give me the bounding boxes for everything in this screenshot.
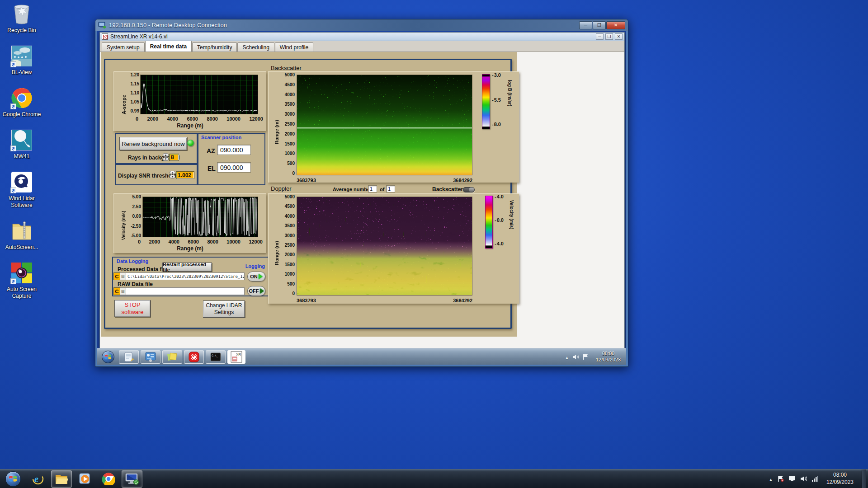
change-lidar-settings-button[interactable]: Change LiDARSettings <box>203 300 245 318</box>
tab-wind-profile[interactable]: Wind profile <box>275 42 313 52</box>
labview-vi-icon <box>102 33 108 40</box>
desktop-icon-bl-view[interactable]: BL-View <box>1 45 42 76</box>
remote-taskbar-shutdown-tool[interactable] <box>184 350 204 364</box>
average-total-field[interactable]: 1 <box>386 185 395 192</box>
app-close-button[interactable] <box>615 33 623 40</box>
remote-action-flag-icon[interactable] <box>582 354 589 360</box>
mw41-icon <box>10 129 33 151</box>
tick-label: 5.00 <box>132 195 141 199</box>
backscatter-doppler-toggle[interactable] <box>463 187 475 192</box>
control-panel-icon <box>145 352 156 362</box>
recycle-bin-icon <box>10 3 33 25</box>
rdp-minimize-button[interactable] <box>579 21 592 29</box>
processed-file-label: Processed Data file <box>118 266 168 272</box>
remote-taskbar-notepad[interactable] <box>119 350 139 364</box>
browse-icon[interactable]: ▤ <box>120 272 126 280</box>
desktop-icon-recycle-bin[interactable]: Recycle Bin <box>1 3 42 34</box>
velocity-x-ticks: 020004000600080001000012000 <box>138 239 263 244</box>
ascope-y-ticks: 1.201.151.101.050.99 <box>126 73 139 113</box>
raw-logging-off-button[interactable]: OFF <box>247 286 265 296</box>
rdp-session-tray-icon[interactable] <box>788 476 796 482</box>
desktop-icon-autoscreen-zip[interactable]: AutoScreen... <box>1 220 42 251</box>
remote-clock[interactable]: 08:00 12/09/2023 <box>592 351 624 363</box>
taskbar-remote-desktop[interactable] <box>122 470 142 488</box>
remote-taskbar: C:\_ XR 08:00 12/09/2023 <box>97 348 626 365</box>
taskbar-media-player[interactable] <box>75 470 95 488</box>
processed-logging-on-button[interactable]: ON <box>247 272 265 282</box>
raw-path-field[interactable] <box>126 287 245 295</box>
auto-screen-capture-icon <box>10 262 33 284</box>
remote-taskbar-sticky-notes[interactable] <box>162 350 182 364</box>
action-center-flag-icon[interactable] <box>777 476 784 482</box>
app-titlebar[interactable]: StreamLine XR v14-6.vi <box>100 33 624 41</box>
drive-letter-badge[interactable]: C <box>113 287 120 295</box>
windows-flag-icon <box>9 474 17 483</box>
desktop-icon-google-chrome[interactable]: Google Chrome <box>1 87 42 118</box>
tick-label: 3.0 <box>492 73 501 78</box>
host-taskbar: e 08:00 12/09/2023 <box>0 469 868 488</box>
remote-taskbar-streamline-xr[interactable]: XR <box>227 350 245 364</box>
velocity-plot-area <box>142 197 258 237</box>
tab-scheduling[interactable]: Scheduling <box>237 42 274 52</box>
rdp-titlebar[interactable]: 192.168.0.150 - Remote Desktop Connectio… <box>95 19 628 31</box>
snr-value-field[interactable]: 1.002 <box>176 171 194 179</box>
restart-processed-file-button[interactable]: Restart processed file <box>162 263 212 272</box>
rdp-close-button[interactable] <box>606 21 625 29</box>
taskbar-windows-explorer[interactable] <box>51 470 72 488</box>
start-button[interactable] <box>5 471 21 487</box>
drive-letter-badge[interactable]: C <box>113 272 120 280</box>
remote-volume-icon[interactable] <box>572 354 579 360</box>
tick-label: 2.50 <box>132 205 141 209</box>
network-icon[interactable] <box>811 476 818 482</box>
snr-box: Display SNR threshold ▲▼ 1.002 <box>115 164 198 185</box>
stop-software-button[interactable]: STOPsoftware <box>114 300 151 317</box>
velocity-y-ticks: 5.002.500.00-2.50-5.00 <box>126 195 141 238</box>
tab-system-setup[interactable]: System setup <box>102 42 145 52</box>
tick-label: 1.15 <box>131 82 139 86</box>
doppler-title: Doppler <box>271 185 292 192</box>
average-number-field[interactable]: 1 <box>368 185 377 192</box>
rdp-maximize-button[interactable] <box>593 21 606 29</box>
renew-background-button[interactable]: Renew background now <box>119 137 187 150</box>
bl-view-icon <box>10 45 33 67</box>
tab-temp-humidity[interactable]: Temp/humidity <box>192 42 237 52</box>
ascope-cursor[interactable] <box>181 75 181 114</box>
remote-start-button[interactable] <box>102 351 114 363</box>
volume-icon[interactable] <box>800 476 807 482</box>
doppler-x-start: 3683793 <box>297 298 316 303</box>
snr-spinner[interactable]: ▲▼ <box>170 171 175 178</box>
el-value-field[interactable]: 090.000 <box>217 162 251 173</box>
remote-taskbar-command-prompt[interactable]: C:\_ <box>206 350 226 364</box>
svg-text:e: e <box>34 474 38 484</box>
tick-label: 5000 <box>285 73 295 77</box>
host-clock[interactable]: 08:00 12/09/2023 <box>823 472 857 486</box>
show-desktop-button[interactable] <box>862 469 866 488</box>
backscatter-x-range: 3683793 3684292 <box>297 178 472 183</box>
az-value-field[interactable]: 090.000 <box>217 145 251 155</box>
remote-taskbar-control-panel[interactable] <box>141 350 160 364</box>
tab-real-time-data[interactable]: Real time data <box>145 41 192 52</box>
rays-value-field[interactable]: 8 <box>169 154 179 161</box>
taskbar-chrome[interactable] <box>98 470 119 488</box>
app-maximize-button[interactable] <box>605 33 613 40</box>
taskbar-internet-explorer[interactable]: e <box>28 470 48 488</box>
tick-label: 0 <box>292 291 295 296</box>
rays-spinner[interactable]: ▲▼ <box>163 153 169 161</box>
hidden-icons-chevron[interactable] <box>769 476 773 482</box>
doppler-y-ticks: 5000450040003500300025002000150010005000 <box>280 195 295 296</box>
desktop-icon-label: Auto Screen Capture <box>1 286 42 300</box>
processed-path-field[interactable]: C:\Lidar\Data\Proc\2023\202309\20230912\… <box>126 272 245 280</box>
tick-label: 0 <box>136 116 138 122</box>
backscatter-y-ticks: 5000450040003500300025002000150010005000 <box>280 73 295 176</box>
tick-label: 8000 <box>207 116 217 122</box>
browse-icon[interactable]: ▤ <box>120 287 126 295</box>
desktop-icon-wind-lidar[interactable]: Wind Lidar Software <box>1 171 42 209</box>
remote-hidden-icons-chevron[interactable] <box>565 354 569 360</box>
media-player-icon <box>79 473 91 485</box>
tick-label: 4000 <box>285 93 295 97</box>
doppler-y-axis-label: Range (m) <box>274 229 279 265</box>
app-minimize-button[interactable] <box>596 33 604 40</box>
desktop-icon-auto-screen-capture[interactable]: Auto Screen Capture <box>1 262 42 300</box>
desktop-icon-mw41[interactable]: MW41 <box>1 129 42 160</box>
scanner-position-box: Scanner position AZ 090.000 EL 090.000 <box>198 133 265 185</box>
